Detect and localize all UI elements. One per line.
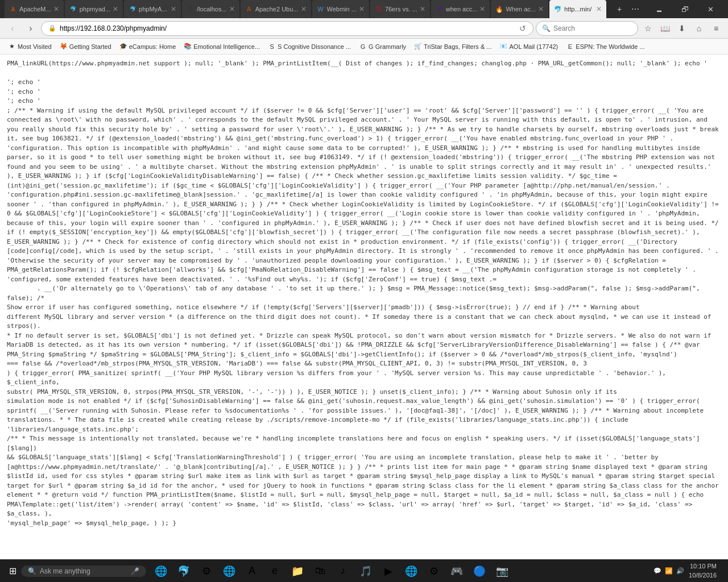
tab-close-phpmyadmin1[interactable]: ✕	[113, 5, 118, 13]
home-button[interactable]: ⌂	[692, 21, 706, 36]
taskbar-app[interactable]: 🛍	[310, 561, 330, 581]
tab-close-76ers[interactable]: ✕	[420, 5, 425, 13]
taskbar-app[interactable]: ⚙	[424, 561, 444, 581]
tab-favicon-when1: Y	[436, 5, 444, 13]
tab-label-when2: When ac...	[506, 6, 536, 13]
bookmark-label: G Grammarly	[369, 43, 406, 50]
bookmark-label: ESPN: The Worldwide ...	[576, 43, 644, 50]
bookmark-item[interactable]: SS Cognitive Dissonance ...	[264, 41, 354, 52]
taskbar-app[interactable]: 🌐	[219, 561, 239, 581]
tab-label-webmin: Webmin ...	[327, 6, 357, 13]
more-tabs-button[interactable]: ⋯	[628, 2, 642, 16]
taskbar-app[interactable]: 📁	[287, 561, 308, 581]
tab-apache2[interactable]: A Apache2 Ubu... ✕	[241, 0, 311, 18]
tab-label-localhost: /localhos...	[197, 6, 227, 13]
bookmark-label: Most Visited	[18, 43, 52, 50]
bookmark-label: Emotional Intelligence...	[193, 43, 260, 50]
bookmark-item[interactable]: GG Grammarly	[355, 41, 410, 52]
maximize-button[interactable]: 🗗	[672, 0, 698, 18]
tab-76ers[interactable]: 76 76ers vs. ... ✕	[370, 0, 430, 18]
back-button[interactable]: ‹	[5, 20, 20, 36]
forward-button[interactable]: ›	[23, 20, 39, 36]
tab-localhost[interactable]: ⚙ /localhos... ✕	[182, 0, 239, 18]
taskbar-search[interactable]: 🔍 Ask me anything 🎤	[21, 566, 146, 577]
search-icon: 🔍	[28, 567, 36, 575]
bookmark-item[interactable]: 📧AOL Mail (17742)	[496, 41, 561, 52]
tab-favicon-localhost: ⚙	[187, 5, 195, 13]
taskbar: ⊞ 🔍 Ask me anything 🎤 🌐🐬⚙🌐Ae📁🛍♪🎵▶🌐⚙🎮🔵📷 💬…	[0, 559, 728, 582]
tab-close-http[interactable]: ✕	[596, 5, 602, 13]
notification-icon[interactable]: 💬	[653, 567, 661, 575]
tab-apache[interactable]: A ApacheM... ✕	[5, 0, 64, 18]
windows-icon: ⊞	[9, 566, 16, 576]
tab-phpmyadmin1[interactable]: 🐬 phpmyad... ✕	[65, 0, 123, 18]
menu-button[interactable]: ≡	[709, 21, 723, 36]
refresh-button[interactable]: ↺	[519, 24, 526, 33]
microphone-icon: 🎤	[131, 567, 139, 575]
tab-close-apache[interactable]: ✕	[53, 5, 59, 13]
tab-close-when1[interactable]: ✕	[479, 5, 485, 13]
tab-favicon-apache2: A	[245, 5, 253, 13]
bookmark-item[interactable]: 🎓eCampus: Home	[116, 41, 180, 52]
tab-close-webmin[interactable]: ✕	[359, 5, 365, 13]
taskbar-app[interactable]: 🎮	[446, 561, 467, 581]
minimize-button[interactable]: 🗕	[647, 0, 672, 18]
taskbar-app[interactable]: 🌐	[151, 561, 171, 581]
bookmark-label: AOL Mail (17742)	[509, 43, 558, 50]
bookmark-favicon: 📚	[184, 43, 192, 51]
clock-time: 10:10 PM	[689, 562, 717, 571]
taskbar-app[interactable]: ♪	[333, 561, 353, 581]
reading-list-button[interactable]: 📖	[657, 21, 672, 36]
bookmark-item[interactable]: 🦊Getting Started	[56, 41, 115, 52]
tab-webmin[interactable]: W Webmin ... ✕	[312, 0, 369, 18]
bookmark-label: TriStar Bags, Filters & ...	[424, 43, 491, 50]
tab-favicon-http: 🐬	[554, 5, 562, 13]
tab-when2[interactable]: 🔥 When ac... ✕	[491, 0, 548, 18]
taskbar-app[interactable]: ⚙	[196, 561, 217, 581]
taskbar-app[interactable]: 🐬	[173, 561, 194, 581]
taskbar-clock[interactable]: 10:10 PM 10/8/2016	[689, 562, 717, 580]
taskbar-app[interactable]: 🔵	[469, 561, 490, 581]
tab-favicon-phpmyadmin2: 🐬	[129, 5, 136, 13]
bookmark-favicon: 📧	[499, 43, 507, 51]
tab-phpmyadmin2[interactable]: 🐬 phpMyA... ✕	[124, 0, 181, 18]
bookmark-item[interactable]: ★Most Visited	[5, 41, 55, 52]
tab-favicon-76ers: 76	[375, 5, 383, 13]
bookmark-favicon: E	[566, 43, 574, 51]
bookmarks-bar: ★Most Visited🦊Getting Started🎓eCampus: H…	[0, 39, 728, 55]
downloads-button[interactable]: ⬇	[675, 21, 689, 36]
start-button[interactable]: ⊞	[5, 563, 21, 579]
bookmark-item[interactable]: EESPN: The Worldwide ...	[562, 41, 648, 52]
tab-close-phpmyadmin2[interactable]: ✕	[171, 5, 176, 13]
taskbar-app[interactable]: e	[264, 561, 285, 581]
taskbar-app[interactable]: ▶	[378, 561, 399, 581]
bookmark-label: eCampus: Home	[129, 43, 176, 50]
bookmark-favicon: G	[359, 43, 367, 51]
bookmark-item[interactable]: 🛒TriStar Bags, Filters & ...	[411, 41, 495, 52]
taskbar-app[interactable]: 🎵	[355, 561, 376, 581]
url-input[interactable]	[60, 24, 516, 32]
bookmark-favicon: 🎓	[119, 43, 127, 51]
taskbar-app[interactable]: A	[242, 561, 262, 581]
volume-icon[interactable]: 🔊	[676, 567, 684, 575]
lock-icon: 🔒	[48, 24, 56, 32]
new-tab-button[interactable]: +	[613, 2, 626, 16]
tab-close-localhost[interactable]: ✕	[229, 5, 235, 13]
taskbar-app[interactable]: 🌐	[401, 561, 421, 581]
taskbar-app[interactable]: 📷	[492, 561, 512, 581]
search-input[interactable]	[553, 24, 639, 32]
tab-when1[interactable]: Y when acc... ✕	[431, 0, 490, 18]
tab-label-apache: ApacheM...	[19, 6, 51, 13]
tab-favicon-phpmyadmin1: 🐬	[69, 5, 77, 13]
tab-label-phpmyadmin2: phpMyA...	[139, 6, 167, 13]
window-controls: 🗕 🗗 ✕	[647, 0, 723, 18]
close-button[interactable]: ✕	[698, 0, 723, 18]
network-icon[interactable]: 📶	[665, 567, 673, 575]
bookmark-label: S Cognitive Dissonance ...	[278, 43, 351, 50]
bookmarks-button[interactable]: ☆	[640, 21, 655, 36]
bookmark-item[interactable]: 📚Emotional Intelligence...	[180, 41, 263, 52]
tab-close-when2[interactable]: ✕	[538, 5, 544, 13]
tab-close-apache2[interactable]: ✕	[301, 5, 307, 13]
tab-http[interactable]: 🐬 http...min/ ✕	[549, 0, 606, 18]
tab-favicon-apache: A	[9, 5, 17, 13]
